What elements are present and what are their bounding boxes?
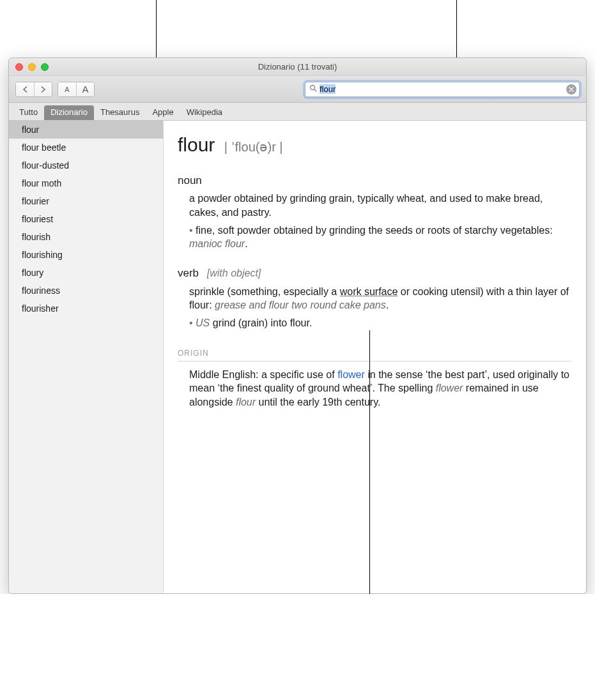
origin-link[interactable]: flower <box>337 369 365 380</box>
definition-text: sprinkle (something, especially a work s… <box>189 285 572 312</box>
pronunciation: | ˈflou(ə)r | <box>224 140 283 154</box>
tab-apple[interactable]: Apple <box>146 105 180 120</box>
cross-reference-link[interactable]: work surface <box>340 286 398 297</box>
list-item[interactable]: flour <box>9 121 163 139</box>
tab-all[interactable]: Tutto <box>13 105 44 120</box>
list-item[interactable]: flouriest <box>9 210 163 228</box>
toolbar: A A <box>9 76 586 103</box>
svg-line-1 <box>314 89 316 91</box>
list-item[interactable]: flour moth <box>9 174 163 192</box>
content-area: flour flour beetle flour-dusted flour mo… <box>9 121 586 593</box>
window-title: Dizionario (11 trovati) <box>9 62 586 72</box>
headword: flour <box>178 134 215 155</box>
list-item[interactable]: flourish <box>9 228 163 246</box>
results-sidebar[interactable]: flour flour beetle flour-dusted flour mo… <box>9 121 164 593</box>
sub-definition: US grind (grain) into flour. <box>189 316 572 330</box>
origin-heading: ORIGIN <box>178 348 572 361</box>
sub-definition: fine, soft powder obtained by grinding t… <box>189 224 572 251</box>
font-size-segment: A A <box>58 82 95 97</box>
list-item[interactable]: flourisher <box>9 300 163 317</box>
list-item[interactable]: flouriness <box>9 282 163 300</box>
part-of-speech-verb: verb [with object] <box>178 266 572 281</box>
source-tabs: Tutto Dizionario Thesaurus Apple Wikiped… <box>9 103 586 121</box>
tab-dictionary[interactable]: Dizionario <box>44 105 94 120</box>
part-of-speech-noun: noun <box>178 174 572 188</box>
nav-segment <box>15 82 52 97</box>
tab-thesaurus[interactable]: Thesaurus <box>94 105 146 120</box>
list-item[interactable]: flourier <box>9 192 163 210</box>
list-item[interactable]: flourishing <box>9 246 163 264</box>
clear-search-button[interactable] <box>566 84 576 95</box>
dictionary-window: Dizionario (11 trovati) A A Tutto Dizion… <box>8 57 587 594</box>
definition-pane: flour | ˈflou(ə)r | noun a powder obtain… <box>164 121 586 593</box>
back-button[interactable] <box>16 82 34 96</box>
list-item[interactable]: floury <box>9 264 163 282</box>
titlebar: Dizionario (11 trovati) <box>9 58 586 76</box>
search-field[interactable] <box>305 82 580 97</box>
origin-text: Middle English: a specific use of flower… <box>189 368 572 409</box>
search-input[interactable] <box>320 84 566 94</box>
list-item[interactable]: flour beetle <box>9 139 163 156</box>
tab-wikipedia[interactable]: Wikipedia <box>180 105 229 120</box>
list-item[interactable]: flour-dusted <box>9 156 163 174</box>
font-smaller-button[interactable]: A <box>58 82 76 96</box>
definition-text: a powder obtained by grinding grain, typ… <box>189 192 572 219</box>
forward-button[interactable] <box>34 82 52 96</box>
font-larger-button[interactable]: A <box>76 82 94 96</box>
search-icon <box>309 84 317 94</box>
